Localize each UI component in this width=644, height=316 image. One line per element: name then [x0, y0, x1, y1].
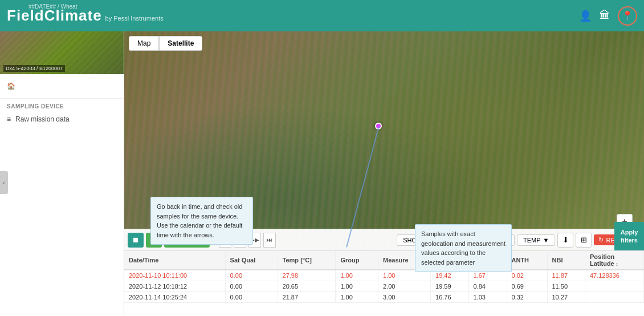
col-sat-qual[interactable]: Sat Qual [225, 251, 278, 270]
cell-group-3: 1.00 [336, 292, 378, 303]
temp-label: TEMP [523, 237, 541, 244]
cell-datetime-1: 2020-11-10 10:11:00 [124, 270, 225, 281]
data-table: Date/Time Sat Qual Temp [°C] Group Measu… [124, 251, 644, 303]
sidebar-section-label: SAMPLING DEVICE [0, 99, 124, 112]
cell-sat-1: 0.00 [225, 270, 278, 281]
cell-measure-3: 3.00 [378, 292, 431, 303]
tooltip-calendar: Go back in time, and check old samples f… [150, 197, 253, 245]
table-header-row: Date/Time Sat Qual Temp [°C] Group Measu… [124, 251, 644, 270]
data-table-area: Date/Time Sat Qual Temp [°C] Group Measu… [124, 250, 644, 316]
cell-sat-2: 0.00 [225, 281, 278, 292]
device-label: Dx4 5-42003 / B1200007 [3, 65, 65, 72]
logo-sub: by Pessl Instruments [105, 15, 164, 22]
col-group[interactable]: Group [336, 251, 378, 270]
sidebar-item-label: Raw mission data [15, 115, 70, 123]
cell-chl-3: 16.76 [431, 292, 468, 303]
tooltip-samples: Samples with exact geolocation and measu… [415, 224, 512, 272]
user-icon[interactable]: 👤 [579, 10, 592, 22]
cell-anth-2: 0.69 [507, 281, 547, 292]
sidebar: Dx4 5-42003 / B1200007 🏠 SAMPLING DEVICE… [0, 31, 124, 316]
table-row: 2020-11-12 10:18:12 0.00 20.65 1.00 2.00… [124, 281, 644, 292]
map-type-controls: Map Satellite [129, 36, 202, 51]
cell-lat-1: 47.128336 [585, 270, 643, 281]
building-icon[interactable]: 🏛 [600, 10, 610, 22]
sidebar-toggle[interactable]: ‹ [0, 171, 8, 194]
refresh-icon: ↻ [598, 236, 604, 244]
col-nbi[interactable]: NBI [547, 251, 585, 270]
sidebar-nav: 🏠 [0, 74, 124, 99]
device-info: ##DATE## / Wheat [28, 3, 77, 10]
grid-icon: ⊞ [581, 236, 587, 244]
toolbar-download-btn[interactable]: ⬇ [557, 233, 573, 248]
sidebar-home[interactable]: 🏠 [0, 79, 124, 94]
cell-lat-3 [585, 292, 643, 303]
toolbar-grid-btn[interactable]: ⊞ [576, 233, 592, 248]
cell-temp-3: 21.87 [278, 292, 336, 303]
home-icon: 🏠 [7, 82, 15, 90]
cell-flav-2: 0.84 [468, 281, 507, 292]
sidebar-item-raw-mission[interactable]: ≡ Raw mission data [0, 112, 124, 127]
location-icon: 📍 [622, 10, 633, 21]
temp-arrow: ▼ [543, 237, 549, 244]
header-icons: 👤 🏛 📍 [579, 6, 637, 26]
map-pin [375, 123, 382, 129]
col-position[interactable]: PositionLatitude [585, 251, 643, 270]
table-row: 2020-11-10 10:11:00 0.00 27.98 1.00 1.00… [124, 270, 644, 281]
toolbar-home-btn[interactable]: ⏹ [128, 233, 144, 248]
cell-measure-2: 2.00 [378, 281, 431, 292]
cell-nbi-3: 10.27 [547, 292, 585, 303]
cell-chl-2: 19.59 [431, 281, 468, 292]
cell-temp-1: 27.98 [278, 270, 336, 281]
table-body: 2020-11-10 10:11:00 0.00 27.98 1.00 1.00… [124, 270, 644, 303]
cell-group-1: 1.00 [336, 270, 378, 281]
apply-filters-panel[interactable]: Apply filters [614, 222, 644, 250]
tooltip-calendar-text: Go back in time, and check old samples f… [157, 203, 242, 238]
cell-datetime-2: 2020-11-12 10:18:12 [124, 281, 225, 292]
sidebar-thumbnail: Dx4 5-42003 / B1200007 [0, 31, 124, 74]
cell-sat-3: 0.00 [225, 292, 278, 303]
toolbar-nav-last[interactable]: ⏭ [263, 233, 276, 248]
download-icon: ⬇ [563, 236, 569, 244]
cell-datetime-3: 2020-11-14 10:25:24 [124, 292, 225, 303]
main-layout: Dx4 5-42003 / B1200007 🏠 SAMPLING DEVICE… [0, 31, 644, 316]
cell-anth-3: 0.32 [507, 292, 547, 303]
col-anth[interactable]: ANTH [507, 251, 547, 270]
cell-nbi-1: 11.87 [547, 270, 585, 281]
col-datetime[interactable]: Date/Time [124, 251, 225, 270]
cell-temp-2: 20.65 [278, 281, 336, 292]
cell-lat-2 [585, 281, 643, 292]
header: ##DATE## / Wheat FieldClimate by Pessl I… [0, 0, 644, 31]
col-temp[interactable]: Temp [°C] [278, 251, 336, 270]
cell-group-2: 1.00 [336, 281, 378, 292]
cell-flav-3: 1.03 [468, 292, 507, 303]
cell-nbi-2: 11.50 [547, 281, 585, 292]
map-btn-satellite[interactable]: Satellite [159, 36, 202, 51]
map-area[interactable]: Map Satellite + − Google Keyboard shortc… [124, 31, 644, 316]
map-btn-map[interactable]: Map [129, 36, 159, 51]
cell-anth-1: 0.02 [507, 270, 547, 281]
toolbar-temp-btn[interactable]: TEMP ▼ [517, 234, 555, 246]
raw-mission-icon: ≡ [7, 115, 11, 123]
apply-filters-label: Apply filters [617, 228, 642, 245]
tooltip-samples-text: Samples with exact geolocation and measu… [421, 230, 506, 266]
table-row: 2020-11-14 10:25:24 0.00 21.87 1.00 3.00… [124, 292, 644, 303]
location-icon-circle[interactable]: 📍 [618, 6, 637, 26]
